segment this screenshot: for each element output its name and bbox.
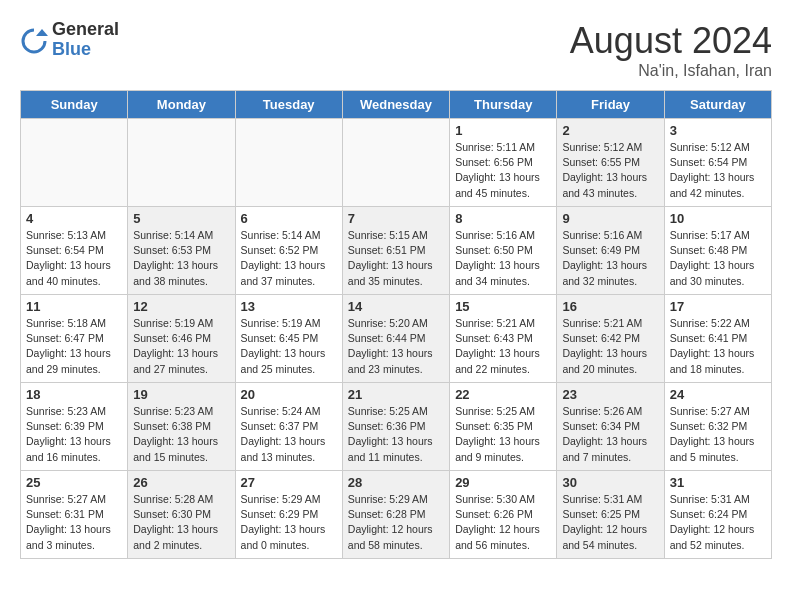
day-number: 27 (241, 475, 337, 490)
day-number: 23 (562, 387, 658, 402)
calendar-cell: 8Sunrise: 5:16 AM Sunset: 6:50 PM Daylig… (450, 207, 557, 295)
day-number: 15 (455, 299, 551, 314)
day-info: Sunrise: 5:20 AM Sunset: 6:44 PM Dayligh… (348, 316, 444, 377)
calendar-cell: 20Sunrise: 5:24 AM Sunset: 6:37 PM Dayli… (235, 383, 342, 471)
calendar-cell: 10Sunrise: 5:17 AM Sunset: 6:48 PM Dayli… (664, 207, 771, 295)
day-number: 30 (562, 475, 658, 490)
day-number: 19 (133, 387, 229, 402)
calendar-table: SundayMondayTuesdayWednesdayThursdayFrid… (20, 90, 772, 559)
calendar-cell: 27Sunrise: 5:29 AM Sunset: 6:29 PM Dayli… (235, 471, 342, 559)
title-block: August 2024 Na'in, Isfahan, Iran (570, 20, 772, 80)
day-number: 7 (348, 211, 444, 226)
weekday-header-thursday: Thursday (450, 91, 557, 119)
calendar-cell: 30Sunrise: 5:31 AM Sunset: 6:25 PM Dayli… (557, 471, 664, 559)
day-number: 4 (26, 211, 122, 226)
calendar-cell: 25Sunrise: 5:27 AM Sunset: 6:31 PM Dayli… (21, 471, 128, 559)
day-info: Sunrise: 5:31 AM Sunset: 6:24 PM Dayligh… (670, 492, 766, 553)
day-number: 14 (348, 299, 444, 314)
calendar-cell: 12Sunrise: 5:19 AM Sunset: 6:46 PM Dayli… (128, 295, 235, 383)
logo: General Blue (20, 20, 119, 60)
day-info: Sunrise: 5:27 AM Sunset: 6:31 PM Dayligh… (26, 492, 122, 553)
calendar-cell: 18Sunrise: 5:23 AM Sunset: 6:39 PM Dayli… (21, 383, 128, 471)
day-number: 16 (562, 299, 658, 314)
weekday-header-friday: Friday (557, 91, 664, 119)
day-number: 17 (670, 299, 766, 314)
day-number: 1 (455, 123, 551, 138)
day-info: Sunrise: 5:13 AM Sunset: 6:54 PM Dayligh… (26, 228, 122, 289)
day-info: Sunrise: 5:16 AM Sunset: 6:49 PM Dayligh… (562, 228, 658, 289)
calendar-cell: 5Sunrise: 5:14 AM Sunset: 6:53 PM Daylig… (128, 207, 235, 295)
day-number: 3 (670, 123, 766, 138)
day-info: Sunrise: 5:23 AM Sunset: 6:38 PM Dayligh… (133, 404, 229, 465)
calendar-cell: 28Sunrise: 5:29 AM Sunset: 6:28 PM Dayli… (342, 471, 449, 559)
calendar-cell (21, 119, 128, 207)
day-info: Sunrise: 5:25 AM Sunset: 6:35 PM Dayligh… (455, 404, 551, 465)
week-row-3: 11Sunrise: 5:18 AM Sunset: 6:47 PM Dayli… (21, 295, 772, 383)
calendar-cell (128, 119, 235, 207)
day-info: Sunrise: 5:18 AM Sunset: 6:47 PM Dayligh… (26, 316, 122, 377)
weekday-header-wednesday: Wednesday (342, 91, 449, 119)
day-info: Sunrise: 5:29 AM Sunset: 6:28 PM Dayligh… (348, 492, 444, 553)
day-info: Sunrise: 5:24 AM Sunset: 6:37 PM Dayligh… (241, 404, 337, 465)
day-info: Sunrise: 5:16 AM Sunset: 6:50 PM Dayligh… (455, 228, 551, 289)
day-info: Sunrise: 5:21 AM Sunset: 6:42 PM Dayligh… (562, 316, 658, 377)
day-number: 6 (241, 211, 337, 226)
day-number: 24 (670, 387, 766, 402)
day-number: 22 (455, 387, 551, 402)
day-info: Sunrise: 5:11 AM Sunset: 6:56 PM Dayligh… (455, 140, 551, 201)
calendar-cell: 11Sunrise: 5:18 AM Sunset: 6:47 PM Dayli… (21, 295, 128, 383)
day-number: 20 (241, 387, 337, 402)
day-info: Sunrise: 5:15 AM Sunset: 6:51 PM Dayligh… (348, 228, 444, 289)
day-number: 8 (455, 211, 551, 226)
day-info: Sunrise: 5:26 AM Sunset: 6:34 PM Dayligh… (562, 404, 658, 465)
day-number: 31 (670, 475, 766, 490)
day-number: 2 (562, 123, 658, 138)
day-info: Sunrise: 5:25 AM Sunset: 6:36 PM Dayligh… (348, 404, 444, 465)
weekday-header-tuesday: Tuesday (235, 91, 342, 119)
day-info: Sunrise: 5:23 AM Sunset: 6:39 PM Dayligh… (26, 404, 122, 465)
calendar-cell: 4Sunrise: 5:13 AM Sunset: 6:54 PM Daylig… (21, 207, 128, 295)
calendar-cell: 22Sunrise: 5:25 AM Sunset: 6:35 PM Dayli… (450, 383, 557, 471)
calendar-cell: 15Sunrise: 5:21 AM Sunset: 6:43 PM Dayli… (450, 295, 557, 383)
day-number: 12 (133, 299, 229, 314)
day-number: 21 (348, 387, 444, 402)
calendar-cell: 2Sunrise: 5:12 AM Sunset: 6:55 PM Daylig… (557, 119, 664, 207)
day-number: 5 (133, 211, 229, 226)
day-info: Sunrise: 5:14 AM Sunset: 6:52 PM Dayligh… (241, 228, 337, 289)
calendar-cell: 6Sunrise: 5:14 AM Sunset: 6:52 PM Daylig… (235, 207, 342, 295)
calendar-cell: 19Sunrise: 5:23 AM Sunset: 6:38 PM Dayli… (128, 383, 235, 471)
week-row-1: 1Sunrise: 5:11 AM Sunset: 6:56 PM Daylig… (21, 119, 772, 207)
day-info: Sunrise: 5:14 AM Sunset: 6:53 PM Dayligh… (133, 228, 229, 289)
calendar-cell: 1Sunrise: 5:11 AM Sunset: 6:56 PM Daylig… (450, 119, 557, 207)
calendar-cell: 9Sunrise: 5:16 AM Sunset: 6:49 PM Daylig… (557, 207, 664, 295)
day-info: Sunrise: 5:28 AM Sunset: 6:30 PM Dayligh… (133, 492, 229, 553)
day-number: 18 (26, 387, 122, 402)
day-number: 10 (670, 211, 766, 226)
day-number: 11 (26, 299, 122, 314)
day-info: Sunrise: 5:12 AM Sunset: 6:54 PM Dayligh… (670, 140, 766, 201)
calendar-cell: 26Sunrise: 5:28 AM Sunset: 6:30 PM Dayli… (128, 471, 235, 559)
calendar-cell: 17Sunrise: 5:22 AM Sunset: 6:41 PM Dayli… (664, 295, 771, 383)
day-info: Sunrise: 5:30 AM Sunset: 6:26 PM Dayligh… (455, 492, 551, 553)
weekday-header-monday: Monday (128, 91, 235, 119)
day-number: 26 (133, 475, 229, 490)
day-info: Sunrise: 5:19 AM Sunset: 6:46 PM Dayligh… (133, 316, 229, 377)
calendar-cell: 7Sunrise: 5:15 AM Sunset: 6:51 PM Daylig… (342, 207, 449, 295)
day-info: Sunrise: 5:19 AM Sunset: 6:45 PM Dayligh… (241, 316, 337, 377)
day-number: 9 (562, 211, 658, 226)
calendar-cell: 31Sunrise: 5:31 AM Sunset: 6:24 PM Dayli… (664, 471, 771, 559)
weekday-header-row: SundayMondayTuesdayWednesdayThursdayFrid… (21, 91, 772, 119)
location-subtitle: Na'in, Isfahan, Iran (570, 62, 772, 80)
day-info: Sunrise: 5:17 AM Sunset: 6:48 PM Dayligh… (670, 228, 766, 289)
month-title: August 2024 (570, 20, 772, 62)
logo-line1: General (52, 20, 119, 40)
day-number: 28 (348, 475, 444, 490)
day-info: Sunrise: 5:21 AM Sunset: 6:43 PM Dayligh… (455, 316, 551, 377)
weekday-header-saturday: Saturday (664, 91, 771, 119)
week-row-4: 18Sunrise: 5:23 AM Sunset: 6:39 PM Dayli… (21, 383, 772, 471)
weekday-header-sunday: Sunday (21, 91, 128, 119)
calendar-cell (235, 119, 342, 207)
week-row-5: 25Sunrise: 5:27 AM Sunset: 6:31 PM Dayli… (21, 471, 772, 559)
week-row-2: 4Sunrise: 5:13 AM Sunset: 6:54 PM Daylig… (21, 207, 772, 295)
calendar-cell: 3Sunrise: 5:12 AM Sunset: 6:54 PM Daylig… (664, 119, 771, 207)
